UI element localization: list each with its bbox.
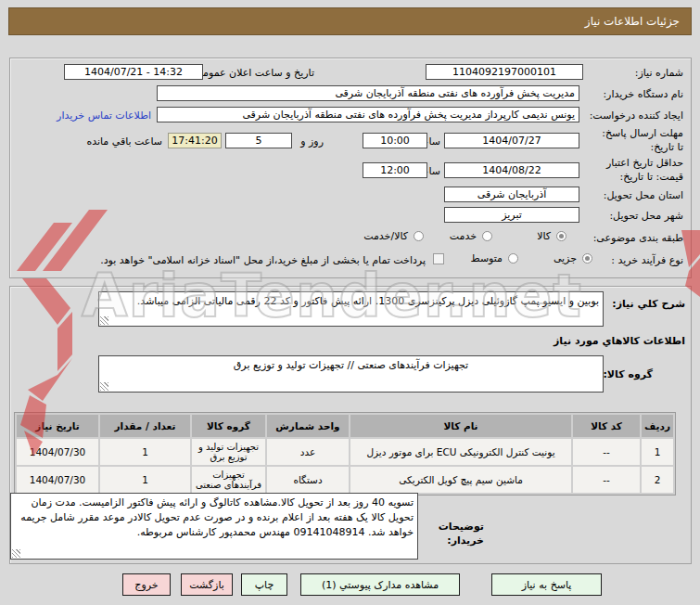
- reply-to-need-button[interactable]: پاسخ به نیاز: [491, 573, 602, 596]
- subject-option-kala-label: کالا: [537, 230, 551, 242]
- cell-row-no: 1: [642, 439, 673, 465]
- goods-group-textarea[interactable]: تجهیزات فرآیندهای صنعتی // تجهیزات تولید…: [98, 355, 604, 393]
- need-details-page: جزئیات اطلاعات نیاز شماره نیاز: 11040921…: [0, 0, 700, 605]
- resize-handle-icon[interactable]: [100, 316, 108, 325]
- title-bar: جزئیات اطلاعات نیاز: [8, 7, 692, 35]
- radio-kala-khadamat-icon[interactable]: [414, 231, 424, 241]
- resize-handle-icon[interactable]: [12, 549, 20, 558]
- cell-row-no: 2: [642, 467, 673, 493]
- goods-group-label: گروه کالا:: [603, 368, 653, 380]
- cell-unit: دستگاه: [267, 467, 349, 493]
- process-option-motevaset-label: متوسط: [470, 252, 503, 264]
- process-option-motevaset[interactable]: متوسط: [470, 252, 518, 264]
- reply-days-input[interactable]: 5: [225, 133, 292, 148]
- buyer-org-input[interactable]: مدیریت پخش فرآورده های نفتی منطقه آذربای…: [157, 85, 579, 101]
- cell-date: 1404/07/30: [17, 467, 98, 493]
- col-date: تاریخ نیاز: [17, 415, 98, 437]
- cell-name: یونیت کنترل الکترونیکی ECU برای موتور دی…: [350, 439, 571, 465]
- reply-deadline-label: مهلت ارسال پاسخ: تا تاریخ:: [594, 127, 683, 155]
- print-button[interactable]: چاپ: [241, 573, 287, 596]
- price-validity-date-input[interactable]: 1404/08/22: [444, 162, 579, 178]
- announce-datetime-label: تاریخ و ساعت اعلان عمومی:: [191, 67, 314, 79]
- exit-button[interactable]: خروج: [122, 573, 171, 596]
- subject-class-label: طبقه بندی موضوعی:: [593, 232, 683, 244]
- need-number-label: شماره نیاز:: [635, 67, 683, 79]
- reply-days-label: روز و: [300, 135, 324, 148]
- goods-table: ردیف کد کالا نام کالا واحد شمارش گروه کا…: [14, 412, 676, 496]
- price-validity-label: حداقل تاریخ اعتبار قیمت: تا تاریخ:: [591, 157, 683, 185]
- cell-group: تجهیزات فرآیندهای صنعتی: [192, 467, 265, 493]
- buyer-notes-text: تسویه 40 روز بعد از تحویل کالا.مشاهده کا…: [20, 496, 414, 538]
- request-creator-input[interactable]: یونس ندیمی کارپرداز مدیریت پخش فرآورده ه…: [157, 107, 579, 122]
- subject-option-khadamat-label: خدمت: [450, 230, 477, 242]
- need-desc-text: بوبین و ایسیو پمپ گازوئیلی دیزل پرکینزسر…: [137, 295, 599, 307]
- radio-jozii-icon[interactable]: [582, 253, 592, 264]
- buyer-notes-textarea[interactable]: تسویه 40 روز بعد از تحویل کالا.مشاهده کا…: [10, 493, 418, 560]
- process-option-jozii-label: جزیی: [554, 252, 577, 264]
- back-button[interactable]: بازگشت: [181, 573, 233, 596]
- col-row-no: ردیف: [642, 415, 673, 437]
- subject-option-kala-khadamat-label: کالا/خدمت: [363, 230, 408, 242]
- col-name: نام کالا: [350, 415, 571, 437]
- need-number-input[interactable]: 1104092197000101: [426, 64, 583, 80]
- col-unit: واحد شمارش: [267, 415, 349, 437]
- buyer-notes-label: توضیحات خریدار:: [426, 521, 484, 548]
- need-info-groupbox: شماره نیاز: 1104092197000101 تاریخ و ساع…: [9, 58, 692, 278]
- cell-code: --: [573, 439, 640, 465]
- province-input[interactable]: آذربایجان شرقی: [444, 187, 579, 202]
- goods-table-header-row: ردیف کد کالا نام کالا واحد شمارش گروه کا…: [17, 415, 673, 437]
- province-label: استان محل تحویل:: [604, 189, 683, 201]
- subject-option-khadamat[interactable]: خدمت: [450, 230, 492, 242]
- need-desc-textarea[interactable]: بوبین و ایسیو پمپ گازوئیلی دیزل پرکینزسر…: [98, 291, 604, 327]
- process-option-jozii[interactable]: جزیی: [554, 252, 592, 264]
- city-input[interactable]: تبریز: [444, 207, 579, 223]
- city-label: شهر محل تحویل:: [609, 210, 683, 222]
- col-qty: تعداد / مقدار: [100, 415, 190, 437]
- goods-groupbox: شرح کلي نیاز: بوبین و ایسیو پمپ گازوئیلی…: [9, 286, 692, 564]
- subject-option-kala[interactable]: کالا: [537, 230, 566, 242]
- need-desc-label: شرح کلي نیاز:: [612, 298, 685, 310]
- table-row: 1 -- یونیت کنترل الکترونیکی ECU برای موت…: [17, 439, 673, 465]
- treasury-checkbox[interactable]: [433, 253, 444, 264]
- page-title: جزئیات اطلاعات نیاز: [585, 15, 680, 28]
- view-attachments-button[interactable]: مشاهده مدارک پیوستي (1): [300, 573, 460, 596]
- cell-name: ماشین سیم پیچ کویل الکتریکی: [350, 467, 571, 493]
- countdown-timer: 17:41:20: [168, 133, 222, 148]
- radio-motevaset-icon[interactable]: [508, 253, 518, 264]
- subject-option-kala-khadamat[interactable]: کالا/خدمت: [363, 230, 424, 242]
- reply-deadline-date-input[interactable]: 1404/07/27: [444, 133, 579, 148]
- process-type-label: نوع فرآیند خرید :: [611, 254, 683, 266]
- request-creator-label: ایجاد کننده درخواست:: [590, 109, 683, 122]
- cell-unit: عدد: [267, 439, 349, 465]
- goods-group-text: تجهیزات فرآیندهای صنعتی // تجهیزات تولید…: [234, 359, 468, 371]
- cell-qty: 1: [100, 467, 190, 493]
- cell-qty: 1: [100, 439, 190, 465]
- cell-code: --: [573, 467, 640, 493]
- countdown-label: ساعت باقي مانده: [86, 135, 162, 148]
- treasury-checkbox-label: پرداخت تمام یا بخشی از مبلغ خرید،از محل …: [100, 254, 426, 266]
- announce-datetime-input[interactable]: 1404/07/21 - 14:32: [64, 64, 203, 80]
- table-row: 2 -- ماشین سیم پیچ کویل الکتریکی دستگاه …: [17, 467, 673, 493]
- cell-group: تجهیزات تولید و توزیع برق: [192, 439, 265, 465]
- price-validity-time-input[interactable]: 12:00: [363, 162, 427, 178]
- resize-handle-icon[interactable]: [100, 382, 108, 391]
- col-code: کد کالا: [573, 415, 640, 437]
- buyer-org-label: نام دستگاه خریدار:: [603, 88, 683, 100]
- radio-khadamat-icon[interactable]: [482, 231, 492, 241]
- cell-date: 1404/07/30: [17, 439, 98, 465]
- reply-deadline-time-input[interactable]: 10:00: [363, 133, 427, 148]
- buyer-contact-link[interactable]: اطلاعات تماس خریدار: [57, 109, 151, 122]
- goods-section-header: اطلاعات کالاهاي مورد نیاز: [554, 335, 685, 347]
- col-group: گروه کالا: [192, 415, 265, 437]
- radio-kala-icon[interactable]: [556, 231, 566, 241]
